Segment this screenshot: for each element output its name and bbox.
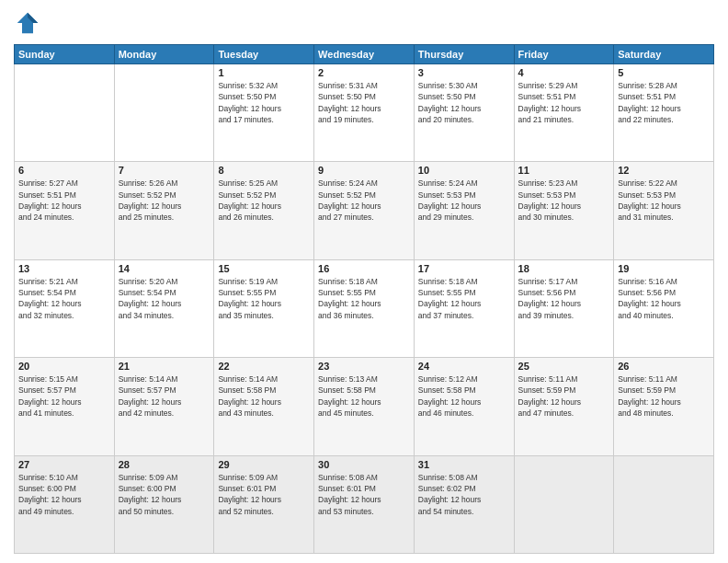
logo-icon [14, 9, 41, 37]
calendar-cell [15, 64, 115, 162]
day-info: Sunrise: 5:08 AM Sunset: 6:01 PM Dayligh… [318, 472, 410, 517]
day-info: Sunrise: 5:28 AM Sunset: 5:51 PM Dayligh… [618, 80, 710, 125]
day-info: Sunrise: 5:14 AM Sunset: 5:58 PM Dayligh… [218, 373, 310, 419]
day-info: Sunrise: 5:24 AM Sunset: 5:53 PM Dayligh… [418, 178, 510, 223]
calendar-cell: 15Sunrise: 5:19 AM Sunset: 5:55 PM Dayli… [214, 259, 314, 357]
col-header-wednesday: Wednesday [314, 45, 415, 64]
day-number: 26 [618, 361, 710, 372]
day-number: 31 [418, 459, 510, 470]
day-info: Sunrise: 5:31 AM Sunset: 5:50 PM Dayligh… [318, 80, 410, 125]
calendar-cell: 5Sunrise: 5:28 AM Sunset: 5:51 PM Daylig… [614, 64, 714, 162]
day-info: Sunrise: 5:20 AM Sunset: 5:54 PM Dayligh… [119, 276, 210, 321]
day-number: 6 [18, 165, 110, 176]
day-number: 13 [18, 263, 110, 274]
day-info: Sunrise: 5:19 AM Sunset: 5:55 PM Dayligh… [218, 276, 310, 321]
calendar-cell: 14Sunrise: 5:20 AM Sunset: 5:54 PM Dayli… [114, 259, 214, 357]
day-info: Sunrise: 5:17 AM Sunset: 5:56 PM Dayligh… [518, 276, 610, 321]
calendar-cell: 28Sunrise: 5:09 AM Sunset: 6:00 PM Dayli… [114, 455, 214, 553]
calendar-cell: 26Sunrise: 5:11 AM Sunset: 5:59 PM Dayli… [614, 358, 714, 455]
day-info: Sunrise: 5:24 AM Sunset: 5:52 PM Dayligh… [318, 178, 410, 223]
day-info: Sunrise: 5:18 AM Sunset: 5:55 PM Dayligh… [418, 276, 510, 321]
calendar-cell: 25Sunrise: 5:11 AM Sunset: 5:59 PM Dayli… [514, 358, 614, 455]
day-info: Sunrise: 5:26 AM Sunset: 5:52 PM Dayligh… [119, 178, 210, 223]
calendar-cell: 19Sunrise: 5:16 AM Sunset: 5:56 PM Dayli… [614, 259, 714, 357]
calendar-cell: 13Sunrise: 5:21 AM Sunset: 5:54 PM Dayli… [15, 259, 115, 357]
calendar-cell: 12Sunrise: 5:22 AM Sunset: 5:53 PM Dayli… [614, 162, 714, 259]
day-number: 10 [418, 165, 510, 176]
day-info: Sunrise: 5:14 AM Sunset: 5:57 PM Dayligh… [119, 373, 210, 419]
day-number: 28 [119, 459, 210, 470]
day-info: Sunrise: 5:09 AM Sunset: 6:01 PM Dayligh… [218, 472, 310, 517]
calendar-cell: 22Sunrise: 5:14 AM Sunset: 5:58 PM Dayli… [214, 358, 314, 455]
day-number: 14 [119, 263, 210, 274]
calendar-cell: 29Sunrise: 5:09 AM Sunset: 6:01 PM Dayli… [214, 455, 314, 553]
calendar-cell: 30Sunrise: 5:08 AM Sunset: 6:01 PM Dayli… [314, 455, 415, 553]
calendar-cell: 20Sunrise: 5:15 AM Sunset: 5:57 PM Dayli… [15, 358, 115, 455]
col-header-saturday: Saturday [614, 45, 714, 64]
col-header-monday: Monday [114, 45, 214, 64]
day-number: 18 [518, 263, 610, 274]
calendar-cell: 1Sunrise: 5:32 AM Sunset: 5:50 PM Daylig… [214, 64, 314, 162]
col-header-sunday: Sunday [15, 45, 115, 64]
calendar-cell: 9Sunrise: 5:24 AM Sunset: 5:52 PM Daylig… [314, 162, 415, 259]
day-number: 23 [318, 361, 410, 372]
day-info: Sunrise: 5:11 AM Sunset: 5:59 PM Dayligh… [618, 373, 710, 419]
day-number: 11 [518, 165, 610, 176]
day-info: Sunrise: 5:12 AM Sunset: 5:58 PM Dayligh… [418, 373, 510, 419]
day-number: 5 [618, 67, 710, 78]
day-info: Sunrise: 5:15 AM Sunset: 5:57 PM Dayligh… [18, 373, 110, 419]
day-info: Sunrise: 5:13 AM Sunset: 5:58 PM Dayligh… [318, 373, 410, 419]
calendar-cell: 10Sunrise: 5:24 AM Sunset: 5:53 PM Dayli… [414, 162, 514, 259]
day-number: 3 [418, 67, 510, 78]
day-number: 4 [518, 67, 610, 78]
calendar-cell: 3Sunrise: 5:30 AM Sunset: 5:50 PM Daylig… [414, 64, 514, 162]
day-number: 27 [18, 459, 110, 470]
day-number: 25 [518, 361, 610, 372]
day-number: 1 [218, 67, 310, 78]
logo [14, 9, 45, 37]
calendar-cell: 21Sunrise: 5:14 AM Sunset: 5:57 PM Dayli… [114, 358, 214, 455]
day-number: 30 [318, 459, 410, 470]
day-number: 21 [119, 361, 210, 372]
calendar-cell: 24Sunrise: 5:12 AM Sunset: 5:58 PM Dayli… [414, 358, 514, 455]
page-header [14, 9, 714, 37]
calendar-cell: 2Sunrise: 5:31 AM Sunset: 5:50 PM Daylig… [314, 64, 415, 162]
col-header-friday: Friday [514, 45, 614, 64]
calendar-cell: 18Sunrise: 5:17 AM Sunset: 5:56 PM Dayli… [514, 259, 614, 357]
day-info: Sunrise: 5:11 AM Sunset: 5:59 PM Dayligh… [518, 373, 610, 419]
day-number: 20 [18, 361, 110, 372]
day-info: Sunrise: 5:27 AM Sunset: 5:51 PM Dayligh… [18, 178, 110, 223]
day-number: 22 [218, 361, 310, 372]
day-number: 2 [318, 67, 410, 78]
calendar-cell [514, 455, 614, 553]
day-info: Sunrise: 5:29 AM Sunset: 5:51 PM Dayligh… [518, 80, 610, 125]
calendar-cell: 4Sunrise: 5:29 AM Sunset: 5:51 PM Daylig… [514, 64, 614, 162]
day-number: 15 [218, 263, 310, 274]
day-info: Sunrise: 5:25 AM Sunset: 5:52 PM Dayligh… [218, 178, 310, 223]
day-number: 16 [318, 263, 410, 274]
day-number: 8 [218, 165, 310, 176]
day-number: 29 [218, 459, 310, 470]
day-info: Sunrise: 5:32 AM Sunset: 5:50 PM Dayligh… [218, 80, 310, 125]
col-header-thursday: Thursday [414, 45, 514, 64]
day-info: Sunrise: 5:22 AM Sunset: 5:53 PM Dayligh… [618, 178, 710, 223]
day-info: Sunrise: 5:08 AM Sunset: 6:02 PM Dayligh… [418, 472, 510, 517]
day-number: 19 [618, 263, 710, 274]
col-header-tuesday: Tuesday [214, 45, 314, 64]
day-info: Sunrise: 5:18 AM Sunset: 5:55 PM Dayligh… [318, 276, 410, 321]
calendar-cell: 23Sunrise: 5:13 AM Sunset: 5:58 PM Dayli… [314, 358, 415, 455]
calendar-cell: 17Sunrise: 5:18 AM Sunset: 5:55 PM Dayli… [414, 259, 514, 357]
day-info: Sunrise: 5:09 AM Sunset: 6:00 PM Dayligh… [119, 472, 210, 517]
day-info: Sunrise: 5:16 AM Sunset: 5:56 PM Dayligh… [618, 276, 710, 321]
calendar-cell: 7Sunrise: 5:26 AM Sunset: 5:52 PM Daylig… [114, 162, 214, 259]
calendar-cell: 31Sunrise: 5:08 AM Sunset: 6:02 PM Dayli… [414, 455, 514, 553]
calendar-cell: 6Sunrise: 5:27 AM Sunset: 5:51 PM Daylig… [15, 162, 115, 259]
calendar-cell [614, 455, 714, 553]
day-info: Sunrise: 5:21 AM Sunset: 5:54 PM Dayligh… [18, 276, 110, 321]
day-info: Sunrise: 5:23 AM Sunset: 5:53 PM Dayligh… [518, 178, 610, 223]
calendar-cell: 11Sunrise: 5:23 AM Sunset: 5:53 PM Dayli… [514, 162, 614, 259]
calendar-table: SundayMondayTuesdayWednesdayThursdayFrid… [14, 44, 714, 554]
day-number: 24 [418, 361, 510, 372]
day-number: 17 [418, 263, 510, 274]
calendar-cell: 27Sunrise: 5:10 AM Sunset: 6:00 PM Dayli… [15, 455, 115, 553]
